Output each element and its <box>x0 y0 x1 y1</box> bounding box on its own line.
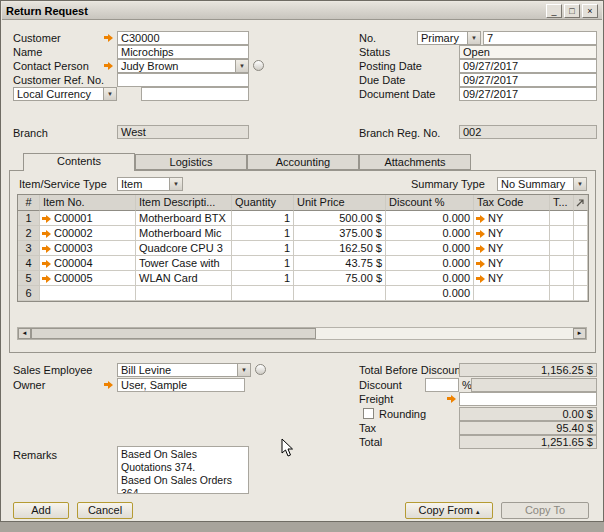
cell-description[interactable] <box>136 286 232 301</box>
link-arrow-icon[interactable] <box>476 275 485 282</box>
exchange-rate-field[interactable] <box>141 87 249 101</box>
row-number-cell[interactable]: 2 <box>18 226 40 241</box>
cell-discount[interactable]: 0.000 <box>386 271 474 286</box>
cell-discount[interactable]: 0.000 <box>386 286 474 301</box>
cell-quantity[interactable]: 1 <box>232 226 294 241</box>
cell-tax-code[interactable]: NY <box>474 271 550 286</box>
link-arrow-icon[interactable] <box>104 34 113 41</box>
link-arrow-icon[interactable] <box>42 275 51 282</box>
tab-accounting[interactable]: Accounting <box>247 154 359 170</box>
row-number-cell[interactable]: 6 <box>18 286 40 301</box>
cell-quantity[interactable]: 1 <box>232 211 294 226</box>
scroll-left-button[interactable]: ◄ <box>18 328 31 339</box>
cell-discount[interactable]: 0.000 <box>386 226 474 241</box>
minimize-button[interactable]: _ <box>546 4 562 18</box>
maximize-button[interactable]: □ <box>564 4 580 18</box>
cell-description[interactable]: WLAN Card <box>136 271 232 286</box>
cell-description[interactable]: Motherboard Mic <box>136 226 232 241</box>
cell-discount[interactable]: 0.000 <box>386 241 474 256</box>
series-combo[interactable]: Primary ▼ <box>417 31 481 45</box>
grid-settings-cell[interactable] <box>574 195 588 211</box>
cell-tax-code[interactable]: NY <box>474 241 550 256</box>
due-date-field[interactable]: 09/27/2017 <box>459 73 597 87</box>
document-date-field[interactable]: 09/27/2017 <box>459 87 597 101</box>
cell-unit-price[interactable]: 162.50 $ <box>294 241 386 256</box>
cell-description[interactable]: Tower Case with <box>136 256 232 271</box>
cell-quantity[interactable] <box>232 286 294 301</box>
cell-discount[interactable]: 0.000 <box>386 256 474 271</box>
cell-tax-code[interactable]: NY <box>474 256 550 271</box>
cell-quantity[interactable]: 1 <box>232 271 294 286</box>
tab-logistics[interactable]: Logistics <box>135 154 247 170</box>
cell-unit-price[interactable]: 43.75 $ <box>294 256 386 271</box>
discount-percent-input[interactable] <box>425 378 459 392</box>
value-help-icon[interactable] <box>253 60 264 71</box>
row-number-cell[interactable]: 3 <box>18 241 40 256</box>
summary-type-combo[interactable]: No Summary ▼ <box>497 177 587 191</box>
row-number-cell[interactable]: 1 <box>18 211 40 226</box>
doc-no-field[interactable]: 7 <box>483 31 597 45</box>
cell-description[interactable]: Quadcore CPU 3 <box>136 241 232 256</box>
copy-from-button[interactable]: Copy From▴ <box>405 502 493 519</box>
row-number-cell[interactable]: 5 <box>18 271 40 286</box>
cell-description[interactable]: Motherboard BTX <box>136 211 232 226</box>
tab-contents[interactable]: Contents <box>23 153 135 171</box>
owner-field[interactable]: User, Sample <box>117 378 245 392</box>
cell-item-no[interactable]: C00005 <box>40 271 136 286</box>
cell-quantity[interactable]: 1 <box>232 241 294 256</box>
cell-quantity[interactable]: 1 <box>232 256 294 271</box>
cell-tax-code[interactable]: NY <box>474 226 550 241</box>
cell-unit-price[interactable]: 75.00 $ <box>294 271 386 286</box>
cell-unit-price[interactable] <box>294 286 386 301</box>
link-arrow-icon[interactable] <box>476 230 485 237</box>
link-arrow-icon[interactable] <box>42 245 51 252</box>
freight-field[interactable] <box>459 392 597 406</box>
scroll-right-button[interactable]: ► <box>573 328 586 339</box>
link-arrow-icon[interactable] <box>104 62 113 69</box>
posting-date-field[interactable]: 09/27/2017 <box>459 59 597 73</box>
cell-item-no[interactable]: C00004 <box>40 256 136 271</box>
tab-attachments[interactable]: Attachments <box>359 154 471 170</box>
link-arrow-icon[interactable] <box>447 395 456 402</box>
cell-unit-price[interactable]: 375.00 $ <box>294 226 386 241</box>
cell-tax-code[interactable]: NY <box>474 211 550 226</box>
customer-field[interactable]: C30000 <box>117 31 249 45</box>
sales-employee-combo[interactable]: Bill Levine ▼ <box>117 363 251 377</box>
cell-t[interactable] <box>550 256 574 271</box>
grid-expand-icon[interactable] <box>575 198 585 208</box>
link-arrow-icon[interactable] <box>476 215 485 222</box>
link-arrow-icon[interactable] <box>42 230 51 237</box>
cell-t[interactable] <box>550 226 574 241</box>
add-button[interactable]: Add <box>13 502 69 519</box>
name-field[interactable]: Microchips <box>117 45 249 59</box>
value-help-icon[interactable] <box>255 364 266 375</box>
cancel-button[interactable]: Cancel <box>77 502 133 519</box>
cell-item-no[interactable]: C00001 <box>40 211 136 226</box>
cell-item-no[interactable] <box>40 286 136 301</box>
cell-discount[interactable]: 0.000 <box>386 211 474 226</box>
customer-ref-field[interactable] <box>117 73 249 87</box>
cell-item-no[interactable]: C00003 <box>40 241 136 256</box>
link-arrow-icon[interactable] <box>42 215 51 222</box>
link-arrow-icon[interactable] <box>476 260 485 267</box>
row-number-cell[interactable]: 4 <box>18 256 40 271</box>
link-arrow-icon[interactable] <box>104 381 113 388</box>
rounding-checkbox[interactable] <box>363 408 374 419</box>
remarks-field[interactable]: Based On Sales Quotations 374. Based On … <box>117 446 249 494</box>
cell-t[interactable] <box>550 286 574 301</box>
currency-combo[interactable]: Local Currency ▼ <box>13 87 117 101</box>
cell-item-no[interactable]: C00002 <box>40 226 136 241</box>
cell-t[interactable] <box>550 271 574 286</box>
titlebar[interactable]: Return Request _ □ × <box>2 2 602 20</box>
scrollbar-thumb[interactable] <box>31 328 316 339</box>
link-arrow-icon[interactable] <box>476 245 485 252</box>
contact-person-combo[interactable]: Judy Brown ▼ <box>117 59 249 73</box>
close-button[interactable]: × <box>582 4 598 18</box>
item-service-type-combo[interactable]: Item ▼ <box>117 177 183 191</box>
cell-t[interactable] <box>550 211 574 226</box>
cell-tax-code[interactable] <box>474 286 550 301</box>
cell-unit-price[interactable]: 500.00 $ <box>294 211 386 226</box>
cell-t[interactable] <box>550 241 574 256</box>
table-hscrollbar[interactable]: ◄ ► <box>17 327 587 340</box>
link-arrow-icon[interactable] <box>42 260 51 267</box>
